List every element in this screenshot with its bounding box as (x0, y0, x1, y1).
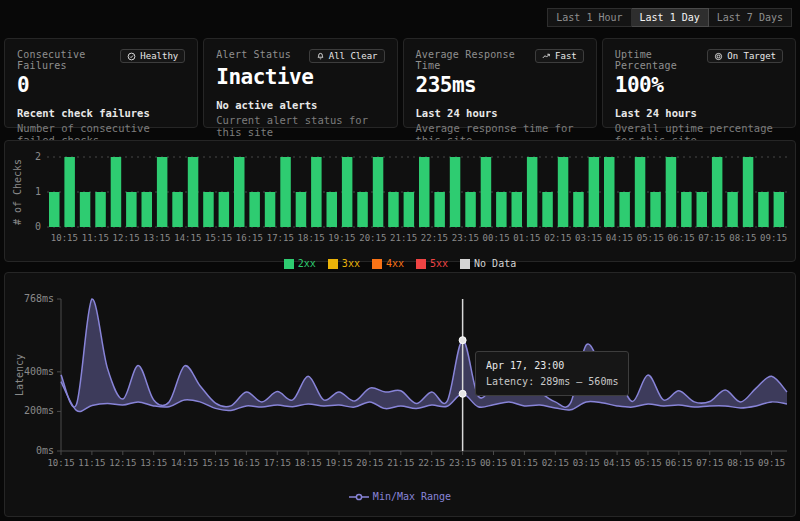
check-bar[interactable] (111, 157, 122, 227)
card-value: Inactive (216, 65, 384, 89)
x-tick-label: 11:15 (82, 233, 109, 243)
checks-bar-chart[interactable]: 012# of Checks10:1511:1512:1513:1514:151… (9, 147, 797, 253)
card-subtitle: No active alerts (216, 99, 384, 111)
check-bar[interactable] (774, 192, 785, 227)
y-axis-label: # of Checks (12, 159, 23, 225)
check-bar[interactable] (249, 192, 260, 227)
check-bar[interactable] (296, 192, 307, 227)
status-legend-item-2xx: 2xx (284, 258, 316, 269)
check-bar[interactable] (419, 157, 430, 227)
x-tick-label: 02:15 (542, 458, 569, 468)
check-bar[interactable] (342, 157, 353, 227)
check-bar[interactable] (157, 157, 168, 227)
x-tick-label: 21:15 (390, 233, 417, 243)
card-subtitle: Last 24 hours (615, 107, 783, 119)
check-bar[interactable] (465, 192, 476, 227)
check-bar[interactable] (604, 157, 615, 227)
check-bar[interactable] (95, 192, 106, 227)
status-badge: Healthy (120, 49, 185, 63)
check-bar[interactable] (357, 192, 368, 227)
x-tick-label: 10:15 (47, 458, 74, 468)
check-bar[interactable] (64, 157, 75, 227)
check-bar[interactable] (172, 192, 183, 227)
x-tick-label: 08:15 (729, 233, 756, 243)
check-bar[interactable] (758, 192, 769, 227)
badge-label: All Clear (329, 51, 378, 61)
x-tick-label: 14:15 (171, 458, 198, 468)
check-bar[interactable] (126, 192, 137, 227)
check-bar[interactable] (311, 157, 322, 227)
status-legend-item-4xx: 4xx (372, 258, 404, 269)
x-tick-label: 01:15 (511, 458, 538, 468)
check-bar[interactable] (80, 192, 91, 227)
check-bar[interactable] (666, 157, 677, 227)
check-circle-icon (127, 52, 136, 61)
x-tick-label: 05:15 (637, 233, 664, 243)
y-tick-label: 400ms (24, 366, 54, 377)
check-bar[interactable] (589, 157, 600, 227)
range-button-last-7-days[interactable]: Last 7 Days (709, 8, 792, 27)
check-bar[interactable] (527, 157, 538, 227)
check-bar[interactable] (558, 157, 569, 227)
latency-chart-panel: 0ms200ms400ms768msLatency10:1511:1512:15… (4, 272, 796, 517)
legend-label: No Data (474, 258, 516, 269)
x-tick-label: 22:15 (421, 233, 448, 243)
status-legend-item-5xx: 5xx (416, 258, 448, 269)
card-title: Alert Status (216, 49, 291, 60)
check-bar[interactable] (573, 192, 584, 227)
check-bar[interactable] (142, 192, 153, 227)
check-bar[interactable] (743, 157, 754, 227)
check-bar[interactable] (327, 192, 338, 227)
stat-card-uptime-percentage: Uptime PercentageOn Target100%Last 24 ho… (602, 38, 796, 128)
check-bar[interactable] (450, 157, 461, 227)
x-tick-label: 13:15 (143, 233, 170, 243)
latency-area-chart[interactable]: 0ms200ms400ms768msLatency10:1511:1512:15… (9, 279, 797, 486)
legend-swatch (416, 259, 426, 269)
check-bar[interactable] (49, 192, 60, 227)
status-badge: All Clear (309, 49, 385, 63)
max-point-marker (459, 337, 466, 344)
x-tick-label: 09:15 (760, 233, 787, 243)
check-bar[interactable] (727, 192, 738, 227)
card-title: Average Response Time (416, 49, 536, 71)
x-tick-label: 04:15 (606, 233, 633, 243)
check-bar[interactable] (434, 192, 445, 227)
check-bar[interactable] (481, 157, 492, 227)
check-bar[interactable] (619, 192, 630, 227)
card-subtitle: Recent check failures (17, 107, 185, 119)
y-tick-label: 768ms (24, 293, 54, 304)
check-bar[interactable] (712, 157, 723, 227)
check-bar[interactable] (542, 192, 553, 227)
check-bar[interactable] (388, 192, 399, 227)
check-bar[interactable] (404, 192, 415, 227)
x-tick-label: 15:15 (205, 233, 232, 243)
check-bar[interactable] (650, 192, 661, 227)
x-tick-label: 23:15 (449, 458, 476, 468)
x-tick-label: 21:15 (387, 458, 414, 468)
x-tick-label: 18:15 (298, 233, 325, 243)
check-bar[interactable] (265, 192, 276, 227)
check-bar[interactable] (219, 192, 230, 227)
stat-cards-row: Consecutive FailuresHealthy0Recent check… (4, 38, 796, 128)
check-bar[interactable] (280, 157, 291, 227)
legend-label: Min/Max Range (373, 491, 451, 502)
check-bar[interactable] (697, 192, 708, 227)
check-bar[interactable] (373, 157, 384, 227)
check-bar[interactable] (635, 157, 646, 227)
uptime-dashboard: Last 1 HourLast 1 DayLast 7 Days Consecu… (0, 0, 800, 521)
status-legend-item-3xx: 3xx (328, 258, 360, 269)
range-button-last-1-day[interactable]: Last 1 Day (632, 8, 709, 27)
check-bar[interactable] (203, 192, 214, 227)
check-bar[interactable] (234, 157, 245, 227)
check-bar[interactable] (496, 192, 507, 227)
check-bar[interactable] (188, 157, 199, 227)
check-bar[interactable] (681, 192, 692, 227)
x-tick-label: 04:15 (604, 458, 631, 468)
check-bar[interactable] (512, 192, 523, 227)
x-tick-label: 06:15 (668, 233, 695, 243)
legend-swatch (328, 259, 338, 269)
range-button-last-1-hour[interactable]: Last 1 Hour (547, 8, 631, 27)
card-header: Consecutive FailuresHealthy (17, 49, 185, 71)
card-title: Uptime Percentage (615, 49, 707, 71)
y-tick-label: 0ms (36, 445, 54, 456)
